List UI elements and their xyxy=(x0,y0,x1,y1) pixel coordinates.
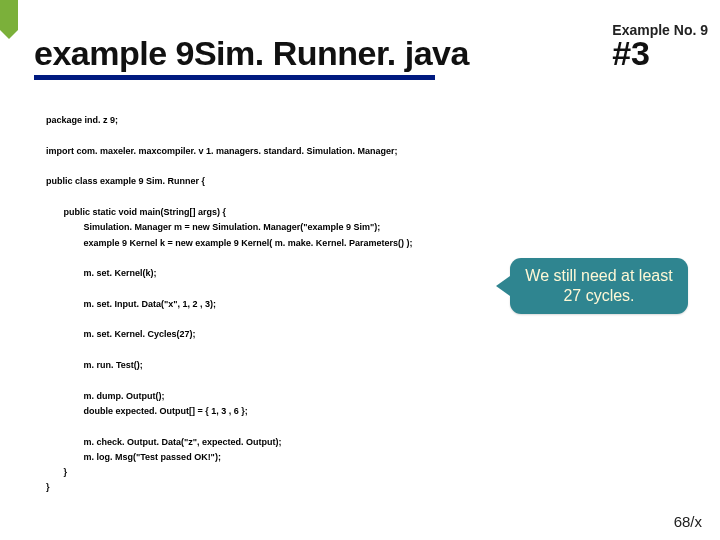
slide-ribbon xyxy=(0,0,18,30)
code-line: m. run. Test(); xyxy=(46,360,143,370)
code-line: } xyxy=(46,482,50,492)
code-line: m. dump. Output(); xyxy=(46,391,165,401)
slide-number-hash: #3 xyxy=(612,34,650,73)
title-row: example 9Sim. Runner. java #3 xyxy=(0,34,720,73)
code-line: m. set. Kernel. Cycles(27); xyxy=(46,329,196,339)
callout-text: We still need at least 27 cycles. xyxy=(525,267,672,304)
code-line: m. set. Kernel(k); xyxy=(46,268,157,278)
code-line: public static void main(String[] args) { xyxy=(46,207,226,217)
code-line: public class example 9 Sim. Runner { xyxy=(46,176,205,186)
code-line: Simulation. Manager m = new Simulation. … xyxy=(46,222,380,232)
header-strip xyxy=(0,0,720,18)
callout-bubble: We still need at least 27 cycles. xyxy=(510,258,688,314)
code-line: m. set. Input. Data("x", 1, 2 , 3); xyxy=(46,299,216,309)
page-number: 68/x xyxy=(674,513,702,530)
code-line: m. check. Output. Data("z", expected. Ou… xyxy=(46,437,282,447)
code-line: m. log. Msg("Test passed OK!"); xyxy=(46,452,221,462)
code-line: } xyxy=(46,467,67,477)
code-line: example 9 Kernel k = new example 9 Kerne… xyxy=(46,238,412,248)
code-line: import com. maxeler. maxcompiler. v 1. m… xyxy=(46,146,398,156)
page-title: example 9Sim. Runner. java xyxy=(34,34,469,73)
code-line: package ind. z 9; xyxy=(46,115,118,125)
code-line: double expected. Output[] = { 1, 3 , 6 }… xyxy=(46,406,248,416)
